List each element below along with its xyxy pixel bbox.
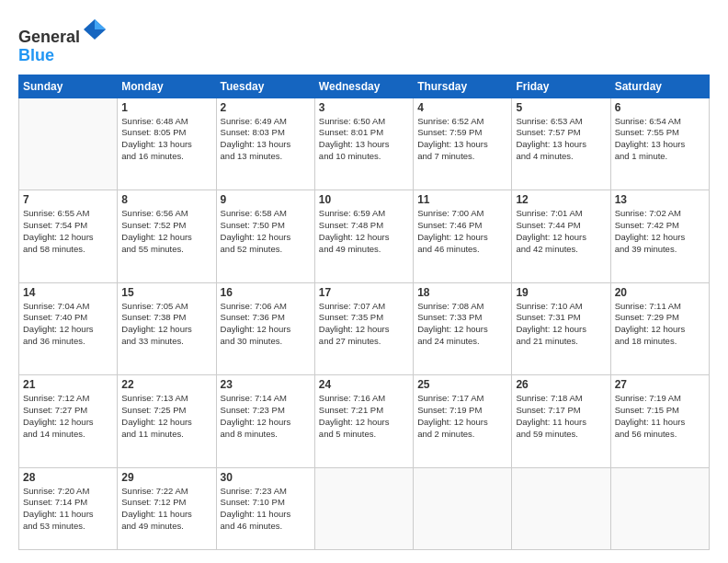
day-number: 18 — [417, 286, 507, 299]
cell-content: Sunrise: 6:58 AMSunset: 7:50 PMDaylight:… — [221, 208, 311, 255]
logo-icon — [82, 17, 108, 42]
cell-content: Sunrise: 7:01 AMSunset: 7:44 PMDaylight:… — [516, 208, 606, 255]
calendar-cell: 12Sunrise: 7:01 AMSunset: 7:44 PMDayligh… — [512, 190, 610, 283]
cell-content: Sunrise: 7:05 AMSunset: 7:38 PMDaylight:… — [121, 301, 211, 348]
calendar-cell: 3Sunrise: 6:50 AMSunset: 8:01 PMDaylight… — [314, 98, 413, 190]
day-number: 3 — [319, 101, 409, 114]
cell-content: Sunrise: 7:23 AMSunset: 7:10 PMDaylight:… — [221, 486, 311, 533]
day-number: 30 — [221, 471, 311, 484]
logo-general-text: General — [18, 28, 80, 46]
cell-content: Sunrise: 6:50 AMSunset: 8:01 PMDaylight:… — [319, 116, 409, 163]
day-number: 10 — [319, 193, 409, 206]
cell-content: Sunrise: 7:07 AMSunset: 7:35 PMDaylight:… — [319, 301, 409, 348]
cell-content: Sunrise: 6:48 AMSunset: 8:05 PMDaylight:… — [121, 116, 211, 163]
cell-content: Sunrise: 6:56 AMSunset: 7:52 PMDaylight:… — [121, 208, 211, 255]
day-number: 7 — [23, 193, 113, 206]
calendar-cell: 9Sunrise: 6:58 AMSunset: 7:50 PMDaylight… — [216, 190, 314, 283]
calendar-cell: 4Sunrise: 6:52 AMSunset: 7:59 PMDaylight… — [414, 98, 512, 190]
cell-content: Sunrise: 7:02 AMSunset: 7:42 PMDaylight:… — [615, 208, 705, 255]
day-number: 14 — [23, 286, 113, 299]
cell-content: Sunrise: 6:53 AMSunset: 7:57 PMDaylight:… — [516, 116, 606, 163]
calendar-cell: 20Sunrise: 7:11 AMSunset: 7:29 PMDayligh… — [610, 282, 709, 375]
weekday-tuesday: Tuesday — [216, 75, 314, 98]
cell-content: Sunrise: 7:14 AMSunset: 7:23 PMDaylight:… — [221, 393, 311, 440]
header: General Blue — [18, 17, 710, 65]
calendar-cell: 11Sunrise: 7:00 AMSunset: 7:46 PMDayligh… — [414, 190, 512, 283]
day-number: 26 — [516, 378, 606, 391]
day-number: 17 — [319, 286, 409, 299]
day-number: 9 — [221, 193, 311, 206]
weekday-saturday: Saturday — [610, 75, 709, 98]
day-number: 20 — [615, 286, 705, 299]
week-row-2: 7Sunrise: 6:55 AMSunset: 7:54 PMDaylight… — [19, 190, 710, 283]
day-number: 4 — [417, 101, 507, 114]
cell-content: Sunrise: 7:08 AMSunset: 7:33 PMDaylight:… — [417, 301, 507, 348]
cell-content: Sunrise: 7:10 AMSunset: 7:31 PMDaylight:… — [516, 301, 606, 348]
day-number: 27 — [615, 378, 705, 391]
day-number: 1 — [121, 101, 211, 114]
calendar-cell: 18Sunrise: 7:08 AMSunset: 7:33 PMDayligh… — [414, 282, 512, 375]
calendar-cell: 21Sunrise: 7:12 AMSunset: 7:27 PMDayligh… — [19, 375, 118, 468]
day-number: 23 — [221, 378, 311, 391]
calendar-cell — [414, 467, 512, 549]
logo-blue-text: Blue — [18, 46, 54, 64]
svg-marker-1 — [95, 19, 106, 29]
cell-content: Sunrise: 7:16 AMSunset: 7:21 PMDaylight:… — [319, 393, 409, 440]
week-row-1: 1Sunrise: 6:48 AMSunset: 8:05 PMDaylight… — [19, 98, 710, 190]
cell-content: Sunrise: 6:49 AMSunset: 8:03 PMDaylight:… — [221, 116, 311, 163]
cell-content: Sunrise: 7:18 AMSunset: 7:17 PMDaylight:… — [516, 393, 606, 440]
calendar-cell — [314, 467, 413, 549]
calendar-cell — [19, 98, 118, 190]
cell-content: Sunrise: 7:19 AMSunset: 7:15 PMDaylight:… — [615, 393, 705, 440]
calendar-cell: 28Sunrise: 7:20 AMSunset: 7:14 PMDayligh… — [19, 467, 118, 549]
day-number: 22 — [121, 378, 211, 391]
calendar-cell: 13Sunrise: 7:02 AMSunset: 7:42 PMDayligh… — [610, 190, 709, 283]
day-number: 29 — [121, 471, 211, 484]
cell-content: Sunrise: 6:59 AMSunset: 7:48 PMDaylight:… — [319, 208, 409, 255]
calendar-body: 1Sunrise: 6:48 AMSunset: 8:05 PMDaylight… — [19, 98, 710, 549]
cell-content: Sunrise: 7:12 AMSunset: 7:27 PMDaylight:… — [23, 393, 113, 440]
calendar-cell: 10Sunrise: 6:59 AMSunset: 7:48 PMDayligh… — [314, 190, 413, 283]
day-number: 5 — [516, 101, 606, 114]
calendar-cell: 7Sunrise: 6:55 AMSunset: 7:54 PMDaylight… — [19, 190, 118, 283]
weekday-sunday: Sunday — [19, 75, 118, 98]
cell-content: Sunrise: 6:52 AMSunset: 7:59 PMDaylight:… — [417, 116, 507, 163]
day-number: 19 — [516, 286, 606, 299]
day-number: 6 — [615, 101, 705, 114]
calendar-cell: 26Sunrise: 7:18 AMSunset: 7:17 PMDayligh… — [512, 375, 610, 468]
cell-content: Sunrise: 7:22 AMSunset: 7:12 PMDaylight:… — [121, 486, 211, 533]
weekday-monday: Monday — [118, 75, 216, 98]
cell-content: Sunrise: 7:17 AMSunset: 7:19 PMDaylight:… — [417, 393, 507, 440]
cell-content: Sunrise: 7:04 AMSunset: 7:40 PMDaylight:… — [23, 301, 113, 348]
calendar-cell: 1Sunrise: 6:48 AMSunset: 8:05 PMDaylight… — [118, 98, 216, 190]
calendar: SundayMondayTuesdayWednesdayThursdayFrid… — [18, 75, 710, 550]
calendar-cell: 14Sunrise: 7:04 AMSunset: 7:40 PMDayligh… — [19, 282, 118, 375]
week-row-4: 21Sunrise: 7:12 AMSunset: 7:27 PMDayligh… — [19, 375, 710, 468]
calendar-cell: 15Sunrise: 7:05 AMSunset: 7:38 PMDayligh… — [118, 282, 216, 375]
cell-content: Sunrise: 7:00 AMSunset: 7:46 PMDaylight:… — [417, 208, 507, 255]
calendar-cell: 2Sunrise: 6:49 AMSunset: 8:03 PMDaylight… — [216, 98, 314, 190]
calendar-cell: 22Sunrise: 7:13 AMSunset: 7:25 PMDayligh… — [118, 375, 216, 468]
calendar-cell: 23Sunrise: 7:14 AMSunset: 7:23 PMDayligh… — [216, 375, 314, 468]
calendar-cell: 16Sunrise: 7:06 AMSunset: 7:36 PMDayligh… — [216, 282, 314, 375]
day-number: 28 — [23, 471, 113, 484]
cell-content: Sunrise: 7:06 AMSunset: 7:36 PMDaylight:… — [221, 301, 311, 348]
calendar-cell — [610, 467, 709, 549]
calendar-cell: 30Sunrise: 7:23 AMSunset: 7:10 PMDayligh… — [216, 467, 314, 549]
day-number: 13 — [615, 193, 705, 206]
cell-content: Sunrise: 7:13 AMSunset: 7:25 PMDaylight:… — [121, 393, 211, 440]
weekday-thursday: Thursday — [414, 75, 512, 98]
calendar-cell: 29Sunrise: 7:22 AMSunset: 7:12 PMDayligh… — [118, 467, 216, 549]
day-number: 8 — [121, 193, 211, 206]
weekday-friday: Friday — [512, 75, 610, 98]
calendar-cell: 5Sunrise: 6:53 AMSunset: 7:57 PMDaylight… — [512, 98, 610, 190]
weekday-header-row: SundayMondayTuesdayWednesdayThursdayFrid… — [19, 75, 710, 98]
calendar-cell: 27Sunrise: 7:19 AMSunset: 7:15 PMDayligh… — [610, 375, 709, 468]
cell-content: Sunrise: 6:54 AMSunset: 7:55 PMDaylight:… — [615, 116, 705, 163]
logo: General Blue — [18, 17, 108, 65]
day-number: 16 — [221, 286, 311, 299]
cell-content: Sunrise: 7:20 AMSunset: 7:14 PMDaylight:… — [23, 486, 113, 533]
week-row-5: 28Sunrise: 7:20 AMSunset: 7:14 PMDayligh… — [19, 467, 710, 549]
calendar-cell: 24Sunrise: 7:16 AMSunset: 7:21 PMDayligh… — [314, 375, 413, 468]
day-number: 24 — [319, 378, 409, 391]
